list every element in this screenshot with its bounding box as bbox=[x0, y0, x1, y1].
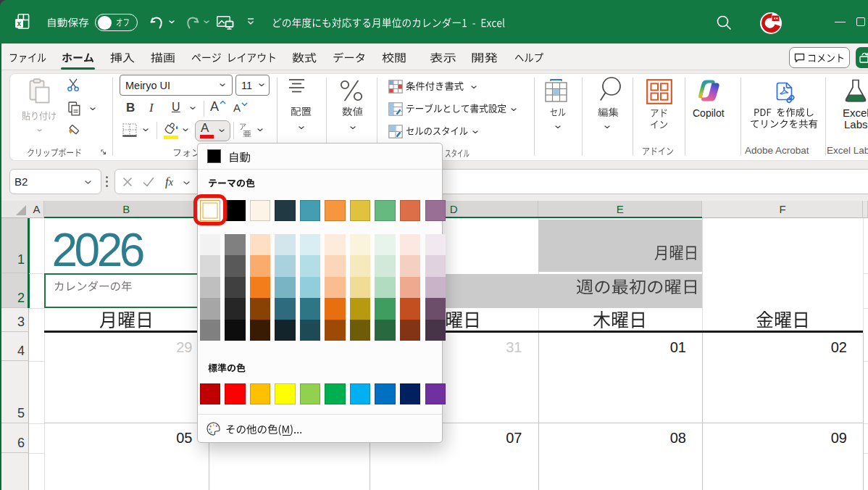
svg-text:x: x bbox=[17, 20, 22, 28]
